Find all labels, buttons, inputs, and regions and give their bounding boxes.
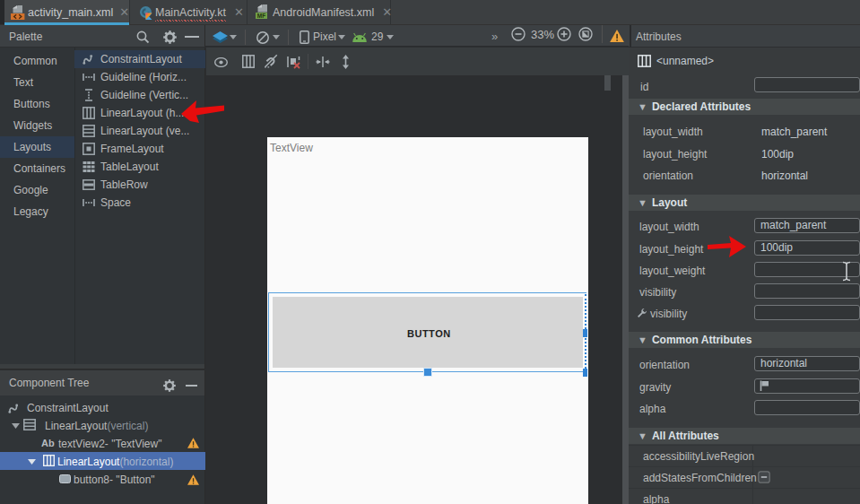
- svg-text:MF: MF: [257, 13, 265, 19]
